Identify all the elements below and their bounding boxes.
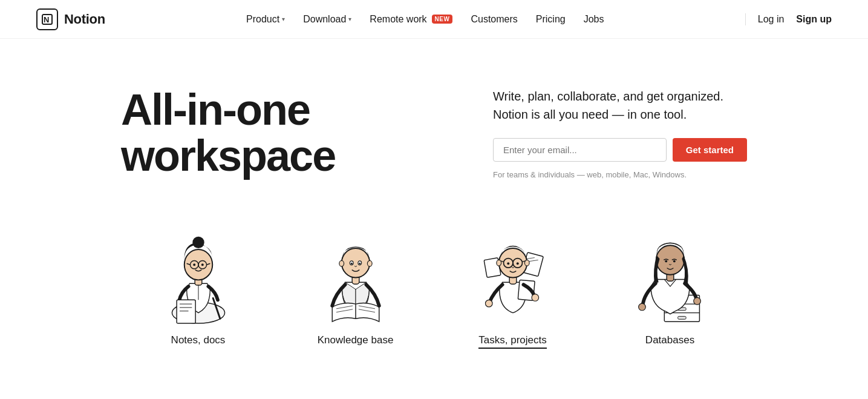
hero-subtitle: Write, plan, collaborate, and get organi… [493,87,747,124]
feature-notes-docs: Notes, docs [120,228,277,349]
svg-text:N: N [44,15,49,24]
feature-label-databases: Databases [645,334,694,346]
feature-label-tasks: Tasks, projects [478,334,546,349]
hero-section: All-in-one workspace Write, plan, collab… [0,39,868,216]
hero-left: All-in-one workspace [121,87,445,179]
svg-point-57 [693,297,700,305]
get-started-button[interactable]: Get started [673,138,747,162]
nav-item-remote[interactable]: Remote work NEW [370,14,452,25]
hero-title: All-in-one workspace [121,87,445,179]
new-badge: NEW [432,15,453,24]
signup-button[interactable]: Sign up [796,14,832,25]
svg-rect-55 [677,316,686,319]
logo-link[interactable]: N Notion [36,8,105,30]
features-section: Notes, docs [0,216,868,373]
svg-point-38 [532,294,539,302]
tasks-illustration [465,228,561,325]
svg-point-48 [496,260,501,266]
svg-rect-4 [177,300,195,323]
feature-databases: Databases [592,228,749,349]
navbar: N Notion Product ▾ Download ▾ Remote wor… [0,0,868,39]
svg-point-11 [192,237,204,248]
svg-point-30 [339,260,344,266]
feature-label-notes: Notes, docs [171,334,226,346]
svg-point-60 [665,260,667,262]
svg-point-25 [341,248,370,277]
logo-icon: N [36,8,58,30]
hero-note: For teams & individuals — web, mobile, M… [493,170,747,179]
login-button[interactable]: Log in [758,14,785,25]
chevron-down-icon: ▾ [348,16,351,22]
email-input[interactable] [493,138,667,162]
svg-point-46 [507,262,509,265]
svg-point-17 [193,263,195,266]
databases-illustration [622,228,719,325]
nav-item-download[interactable]: Download ▾ [303,14,351,25]
svg-point-59 [656,245,684,274]
svg-point-56 [638,303,645,311]
feature-tasks-projects: Tasks, projects [434,228,592,349]
email-form: Get started [493,138,747,162]
svg-point-18 [201,263,203,266]
hero-right: Write, plan, collaborate, and get organi… [493,87,747,179]
nav-item-product[interactable]: Product ▾ [246,14,285,25]
notes-docs-illustration [150,228,247,325]
svg-point-49 [524,260,529,266]
nav-item-customers[interactable]: Customers [471,14,517,25]
svg-point-47 [516,262,518,265]
navbar-right: Log in Sign up [745,13,832,25]
svg-point-31 [367,260,372,266]
chevron-down-icon: ▾ [282,16,285,22]
knowledge-base-illustration [307,228,404,325]
svg-point-37 [485,300,492,307]
svg-point-61 [673,260,675,262]
svg-point-28 [350,263,352,265]
feature-label-knowledge: Knowledge base [318,334,394,346]
feature-knowledge-base: Knowledge base [277,228,434,349]
nav-divider [745,13,746,25]
nav-item-jobs[interactable]: Jobs [584,14,604,25]
svg-point-29 [359,263,361,265]
nav-center: Product ▾ Download ▾ Remote work NEW Cus… [246,14,604,25]
nav-item-pricing[interactable]: Pricing [536,14,566,25]
logo-text: Notion [64,12,105,27]
